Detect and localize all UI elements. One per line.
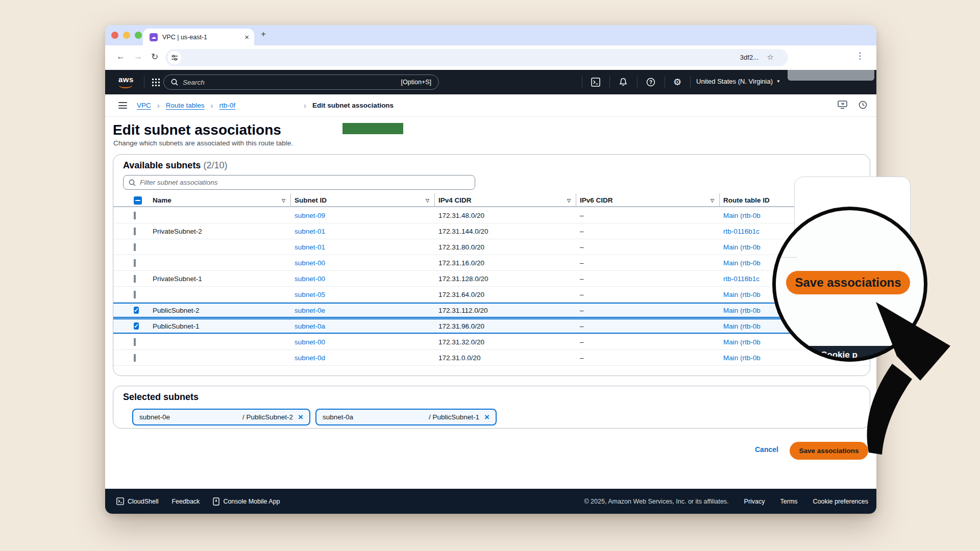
cell-name: PrivateSubnet-1 xyxy=(149,275,291,283)
filter-caret-icon[interactable]: ▽ xyxy=(426,198,429,203)
table-row[interactable]: subnet-01172.31.80.0/20–Main (rtb-0b xyxy=(113,239,870,255)
cell-subnet-id-link[interactable]: subnet-01 xyxy=(291,243,435,251)
cloudshell-icon xyxy=(116,497,124,505)
browser-tab[interactable]: ☁ VPC | us-east-1 × xyxy=(143,29,254,45)
new-tab-button[interactable]: + xyxy=(261,29,266,39)
row-checkbox[interactable] xyxy=(134,228,136,235)
cell-subnet-id-link[interactable]: subnet-0a xyxy=(291,322,435,330)
minimize-window-button[interactable] xyxy=(123,32,130,39)
divider xyxy=(690,76,691,88)
history-clock-icon[interactable] xyxy=(859,101,867,109)
column-header-ipv6-cidr[interactable]: IPv6 CIDR▽ xyxy=(576,193,720,207)
services-grid-icon[interactable] xyxy=(150,77,161,88)
cell-subnet-id-link[interactable]: subnet-00 xyxy=(291,275,435,283)
row-checkbox[interactable] xyxy=(134,338,136,346)
footer-console-mobile-app[interactable]: Console Mobile App xyxy=(213,497,280,506)
search-tune-icon[interactable] xyxy=(168,51,181,64)
cell-ipv4-cidr: 172.31.128.0/20 xyxy=(435,275,576,283)
tab-title: VPC | us-east-1 xyxy=(162,34,241,41)
filter-subnet-input[interactable]: Filter subnet associations xyxy=(123,175,475,190)
console-search-input[interactable]: Search [Option+S] xyxy=(163,74,439,90)
row-checkbox[interactable] xyxy=(134,259,136,267)
token-close-icon[interactable]: × xyxy=(484,413,489,421)
table-row[interactable]: subnet-00172.31.32.0/20–Main (rtb-0b xyxy=(113,334,870,350)
settings-gear-icon[interactable]: ⚙ xyxy=(672,77,683,88)
cell-subnet-id-link[interactable]: subnet-09 xyxy=(291,212,435,219)
column-header-name[interactable]: Name▽ xyxy=(149,193,291,207)
region-selector[interactable]: United States (N. Virginia)▼ xyxy=(696,78,780,85)
cancel-button[interactable]: Cancel xyxy=(755,445,778,454)
cell-ipv4-cidr: 172.31.16.0/20 xyxy=(435,259,576,267)
row-checkbox[interactable]: ✓ xyxy=(134,322,139,330)
column-header-ipv4-cidr[interactable]: IPv4 CIDR▽ xyxy=(435,193,576,207)
table-row[interactable]: PrivateSubnet-1subnet-00172.31.128.0/20–… xyxy=(113,271,870,287)
filter-caret-icon[interactable]: ▽ xyxy=(710,198,714,203)
cloudshell-icon[interactable] xyxy=(590,77,601,88)
footer-cloudshell[interactable]: CloudShell xyxy=(116,497,158,505)
table-row[interactable]: subnet-05172.31.64.0/20–Main (rtb-0b xyxy=(113,287,870,303)
filter-caret-icon[interactable]: ▽ xyxy=(282,198,285,203)
token-close-icon[interactable]: × xyxy=(298,413,303,421)
breadcrumb-separator: › xyxy=(304,101,306,110)
footer-feedback[interactable]: Feedback xyxy=(172,498,200,505)
table-row[interactable]: subnet-09172.31.48.0/20–Main (rtb-0b xyxy=(113,208,870,223)
table-row[interactable]: subnet-0d172.31.0.0/20–Main (rtb-0b xyxy=(113,350,870,366)
row-checkbox[interactable] xyxy=(134,275,136,283)
filter-placeholder: Filter subnet associations xyxy=(140,179,217,186)
cell-subnet-id-link[interactable]: subnet-00 xyxy=(291,259,435,267)
column-header-subnet-id[interactable]: Subnet ID▽ xyxy=(291,193,435,207)
side-nav-menu-icon[interactable] xyxy=(118,102,127,111)
search-icon xyxy=(129,179,136,186)
cell-name: PrivateSubnet-2 xyxy=(149,228,291,235)
cell-subnet-id-link[interactable]: subnet-0e xyxy=(291,307,435,314)
maximize-window-button[interactable] xyxy=(135,32,142,39)
reload-icon[interactable]: ↻ xyxy=(151,52,158,62)
table-row[interactable]: ✓PublicSubnet-1subnet-0a172.31.96.0/20–M… xyxy=(113,318,870,334)
breadcrumb-separator: › xyxy=(211,101,213,110)
back-icon[interactable]: ← xyxy=(116,52,125,62)
row-checkbox[interactable] xyxy=(134,212,136,219)
address-bar[interactable]: 3df2... ☆ xyxy=(165,49,788,66)
filter-caret-icon[interactable]: ▽ xyxy=(567,198,571,203)
row-checkbox[interactable] xyxy=(134,291,136,298)
row-checkbox[interactable] xyxy=(134,354,136,362)
split-view-icon[interactable] xyxy=(838,101,847,109)
cell-ipv4-cidr: 172.31.80.0/20 xyxy=(435,243,576,251)
select-all-checkbox[interactable] xyxy=(134,196,142,205)
table-row[interactable]: ✓PublicSubnet-2subnet-0e172.31.112.0/20–… xyxy=(113,303,870,318)
browser-toolbar: ← → ↻ 3df2... ☆ ⋮ xyxy=(105,45,876,70)
browser-menu-icon[interactable]: ⋮ xyxy=(855,51,864,61)
cell-ipv6-cidr: – xyxy=(576,354,720,362)
row-checkbox[interactable]: ✓ xyxy=(134,307,139,314)
footer-terms-link[interactable]: Terms xyxy=(780,498,798,505)
footer-cookie-preferences-link[interactable]: Cookie preferences xyxy=(813,498,868,505)
footer-copyright: © 2025, Amazon Web Services, Inc. or its… xyxy=(584,498,728,505)
selected-subnet-token: subnet-0e/ PublicSubnet-2× xyxy=(132,409,310,425)
tab-close-icon[interactable]: × xyxy=(244,33,249,41)
cell-subnet-id-link[interactable]: subnet-00 xyxy=(291,338,435,346)
aws-logo[interactable]: aws xyxy=(118,75,134,84)
available-subnets-count: (2/10) xyxy=(203,160,227,170)
table-row[interactable]: subnet-00172.31.16.0/20–Main (rtb-0b xyxy=(113,255,870,271)
cell-subnet-id-link[interactable]: subnet-0d xyxy=(291,354,435,362)
footer-privacy-link[interactable]: Privacy xyxy=(744,498,765,505)
help-icon[interactable]: ? xyxy=(645,77,656,88)
cell-subnet-id-link[interactable]: subnet-01 xyxy=(291,228,435,235)
available-subnets-panel: Available subnets (2/10) Filter subnet a… xyxy=(113,154,870,376)
close-window-button[interactable] xyxy=(111,32,118,39)
cell-subnet-id-link[interactable]: subnet-05 xyxy=(291,291,435,298)
cell-ipv6-cidr: – xyxy=(576,228,720,235)
mobile-app-icon xyxy=(213,497,219,506)
table-row[interactable]: PrivateSubnet-2subnet-01172.31.144.0/20–… xyxy=(113,223,870,239)
url-text: 3df2... xyxy=(740,54,758,61)
notifications-bell-icon[interactable] xyxy=(618,77,629,88)
selected-subnet-token: subnet-0a/ PublicSubnet-1× xyxy=(315,409,497,425)
row-checkbox[interactable] xyxy=(134,243,136,251)
breadcrumb-link-route-table-id[interactable]: rtb-0f xyxy=(219,102,236,109)
breadcrumb-link-route-tables[interactable]: Route tables xyxy=(166,102,205,109)
bookmark-star-icon[interactable]: ☆ xyxy=(767,53,774,62)
breadcrumb-link-vpc[interactable]: VPC xyxy=(137,102,151,109)
forward-icon[interactable]: → xyxy=(134,52,142,62)
cell-ipv6-cidr: – xyxy=(576,212,720,219)
cell-ipv6-cidr: – xyxy=(576,338,720,346)
